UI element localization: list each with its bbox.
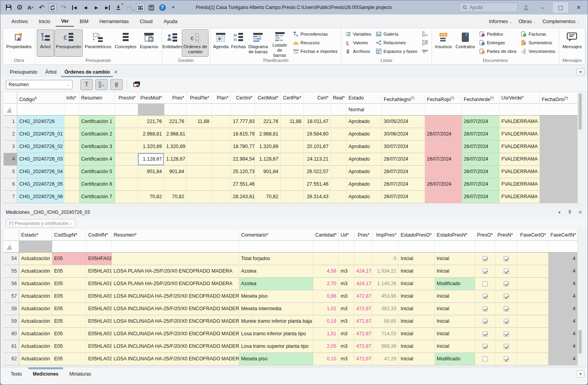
column-header-pres[interactable]: Pres*: [354, 229, 372, 241]
preso-checkbox[interactable]: [483, 356, 488, 362]
pin-icon[interactable]: [568, 210, 572, 215]
cell-estadopresn[interactable]: Inicial: [435, 328, 475, 340]
cell-estadopresn[interactable]: Inicial: [435, 303, 475, 315]
menu-item-herramientas[interactable]: Herramientas: [94, 16, 134, 26]
cell-certini*[interactable]: 22.984,54: [231, 153, 255, 166]
cell-usrverde*[interactable]: FVALDERRAMA: [499, 153, 540, 166]
cell-estadopreso[interactable]: Inicial: [399, 265, 435, 278]
filter-cell-código[interactable]: [17, 104, 64, 116]
cell-cert*[interactable]: 27.551,46: [304, 178, 331, 191]
cell-estadopreso[interactable]: Inicial: [399, 303, 435, 315]
cell-presn[interactable]: [495, 328, 517, 340]
cell-imppres[interactable]: 0: [372, 253, 399, 265]
qat-customize-icon[interactable]: ▼: [169, 3, 178, 12]
maximize-button[interactable]: ▢: [552, 2, 569, 13]
cell-resumen[interactable]: LOSA PLANA HA-25/F/20/X0 ENCOFRADO MADER…: [112, 265, 239, 278]
column-header-estado[interactable]: Estado*: [19, 229, 52, 241]
cell-ud[interactable]: m3: [339, 353, 354, 365]
column-header-codinfn[interactable]: CodInfN*: [86, 229, 112, 241]
column-header-prespte*[interactable]: PresPte*: [187, 92, 212, 104]
row-number[interactable]: 3: [4, 141, 17, 153]
row-number[interactable]: 1: [4, 116, 17, 128]
cell-certini*[interactable]: 17.777,83: [231, 116, 255, 128]
help-icon[interactable]: ?: [158, 3, 167, 12]
cell-imppres[interactable]: 482,33: [372, 303, 399, 315]
cell-prespte*[interactable]: [187, 128, 212, 141]
filter-cell-certpte*[interactable]: [281, 104, 304, 116]
cell-fechagris[interactable]: [540, 178, 578, 191]
filter-cell-estadopreso[interactable]: [399, 241, 435, 253]
cell-estado[interactable]: Actualización: [19, 290, 52, 303]
cell-presmod*[interactable]: 221,76: [138, 116, 164, 128]
filter-cell-fechagris[interactable]: [540, 104, 578, 116]
preso-checkbox[interactable]: [483, 294, 488, 299]
row-number[interactable]: 60: [4, 328, 19, 340]
cell-info*[interactable]: [64, 153, 79, 166]
cell-prespte*[interactable]: [187, 153, 212, 166]
first-record-icon[interactable]: ◀: [70, 3, 79, 12]
settings-gear-icon[interactable]: ⚙: [15, 3, 24, 12]
calculator-icon[interactable]: [147, 3, 156, 12]
cell-imppres[interactable]: 453,96: [372, 290, 399, 303]
row-number[interactable]: 55: [4, 265, 19, 278]
ribbon-button-propiedades[interactable]: xPropiedades: [5, 29, 33, 57]
cell-fechanegro[interactable]: 26/07/2024: [382, 153, 425, 166]
cell-presn[interactable]: [495, 353, 517, 365]
cell-cert*[interactable]: 19.584,60: [304, 128, 331, 141]
cell-fechanegro[interactable]: 30/06/2024: [382, 128, 425, 141]
cell-estadopreso[interactable]: Inicial: [399, 290, 435, 303]
cell-real*[interactable]: [331, 166, 347, 178]
presn-checkbox[interactable]: [504, 319, 509, 324]
cell-fecharojo[interactable]: 26/07/2024: [425, 153, 462, 166]
cell-estado[interactable]: Aprobado: [347, 116, 382, 128]
menu-item-ver[interactable]: Ver: [56, 16, 74, 27]
cell-fechanegro[interactable]: 26/07/2024: [382, 178, 425, 191]
cell-resumen[interactable]: Certificación 7: [79, 191, 115, 203]
cell-código[interactable]: CHG_20240726_04: [17, 166, 64, 178]
filter-cell-ud[interactable]: [339, 241, 354, 253]
cell-fechaverde[interactable]: 26/07/2024: [462, 166, 499, 178]
ribbon-button-presupuesto[interactable]: €Presupuesto: [54, 29, 83, 57]
cell-estadopreso[interactable]: Inicial: [399, 315, 435, 328]
filter-cell-certmod*[interactable]: [255, 104, 281, 116]
cell-prespte*[interactable]: [187, 166, 212, 178]
cell-fecharojo[interactable]: [425, 191, 462, 203]
cell-fechanegro[interactable]: 26/07/2024: [382, 191, 425, 203]
menu-item-bim[interactable]: BIM: [74, 16, 94, 26]
cell-ud[interactable]: m3: [339, 265, 354, 278]
cell-preso[interactable]: [475, 253, 495, 265]
cell-codsup[interactable]: E05: [52, 353, 86, 365]
cell-fasecerto[interactable]: [517, 340, 548, 353]
cell-codsup[interactable]: E05: [52, 265, 86, 278]
cell-fecharojo[interactable]: 26/07/2024: [425, 178, 462, 191]
ribbon-button-insumos[interactable]: Insumos: [434, 29, 454, 57]
cell-presn[interactable]: [495, 265, 517, 278]
cell-ud[interactable]: m3: [339, 340, 354, 353]
cell-fechaverde[interactable]: 26/07/2024: [462, 128, 499, 141]
select-all-corner[interactable]: [4, 104, 17, 116]
presn-checkbox[interactable]: [504, 306, 509, 311]
cell-fasecertn[interactable]: 4: [548, 315, 578, 328]
preso-checkbox[interactable]: [483, 319, 488, 324]
presn-checkbox[interactable]: [504, 269, 509, 274]
ribbon-button-espacios-y-fases[interactable]: 31Espacios y fases: [374, 47, 418, 55]
cell-estado[interactable]: Actualización: [19, 328, 52, 340]
cell-plan*[interactable]: [212, 178, 231, 191]
cell-cert*[interactable]: 18.011,47: [304, 116, 331, 128]
column-header-fechagris[interactable]: FechaGris(*): [540, 92, 578, 104]
column-header-cantidad[interactable]: Cantidad*: [313, 229, 339, 241]
save-icon[interactable]: [4, 3, 13, 12]
cell-pres[interactable]: 472,87: [354, 340, 372, 353]
filter-cell-fechaverde[interactable]: [462, 104, 499, 116]
cell-codinf[interactable]: E05HLA030: [86, 315, 112, 328]
filter-cell-usrverde*[interactable]: [499, 104, 540, 116]
ribbon-button-entregas[interactable]: Entregas: [478, 39, 517, 47]
cell-certini*[interactable]: 16.615,79: [231, 128, 255, 141]
cell-fasecertn[interactable]: 4: [548, 353, 578, 365]
cell-comentario[interactable]: Azotea: [239, 278, 313, 290]
cell-pres*[interactable]: 1.320,89: [164, 141, 187, 153]
refresh-icon[interactable]: [48, 3, 57, 12]
ribbon-button-entidades[interactable]: Entidades: [163, 29, 182, 57]
cell-certmod*[interactable]: 221,76: [255, 116, 281, 128]
column-header-presini*[interactable]: PresIni*: [115, 92, 138, 104]
